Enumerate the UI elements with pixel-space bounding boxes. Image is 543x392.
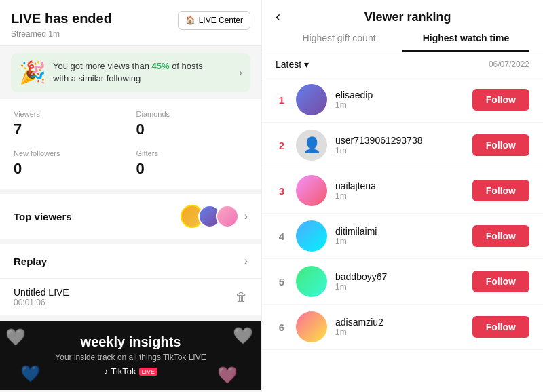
heart-deco-2: 🤍 <box>233 326 253 345</box>
rank-time-1: 1m <box>335 100 464 110</box>
insights-subtitle: Your inside track on all things TikTok L… <box>55 353 206 362</box>
heart-deco-3: 💙 <box>20 364 41 383</box>
rank-username-5: baddboyy67 <box>335 271 464 282</box>
rank-avatar-4 <box>296 220 327 252</box>
stat-diamonds-value: 0 <box>136 121 248 138</box>
follow-button-1[interactable]: Follow <box>472 89 529 111</box>
live-ended-title: LIVE has ended <box>11 11 112 26</box>
stat-viewers: Viewers 7 <box>14 110 126 138</box>
tiktok-logo: ♪ TikTok LIVE <box>104 366 157 376</box>
top-viewers-chevron-icon: › <box>244 210 248 222</box>
rank-username-3: nailajtena <box>335 180 464 191</box>
home-icon: 🏠 <box>185 16 195 25</box>
rank-info-3: nailajtena 1m <box>335 180 464 201</box>
heart-deco-4: 🩷 <box>217 366 238 385</box>
rank-item-5: 5 baddboyy67 1m Follow <box>262 259 543 305</box>
rank-time-5: 1m <box>335 282 464 292</box>
replay-section: Replay › Untitled LIVE 00:01:06 🗑 <box>0 244 261 315</box>
stat-gifters-value: 0 <box>136 160 248 178</box>
stat-gifters: Gifters 0 <box>136 149 248 178</box>
insights-title: weekly insights <box>81 334 181 350</box>
filter-button[interactable]: Latest ▾ <box>276 59 309 70</box>
replay-header[interactable]: Replay › <box>0 244 261 279</box>
banner-text: You got more views than 45% of hostswith… <box>53 60 203 85</box>
replay-item-info: Untitled LIVE 00:01:06 <box>14 287 69 307</box>
back-button[interactable]: ‹ <box>276 8 280 26</box>
rank-avatar-5 <box>296 266 327 297</box>
rank-item-1: 1 elisaedip 1m Follow <box>262 77 543 123</box>
left-header: LIVE has ended Streamed 1m 🏠 LIVE Center <box>0 0 261 46</box>
delete-replay-icon[interactable]: 🗑 <box>236 290 248 305</box>
rank-avatar-3 <box>296 175 327 206</box>
replay-item-title: Untitled LIVE <box>14 287 69 298</box>
insights-banner: 🤍 🤍 💙 🩷 weekly insights Your inside trac… <box>0 321 261 390</box>
rank-avatar-1 <box>296 84 327 115</box>
rank-time-3: 1m <box>335 191 464 201</box>
live-center-button[interactable]: 🏠 LIVE Center <box>178 11 250 30</box>
ranking-title: Viewer ranking <box>286 10 529 24</box>
rank-time-2: 1m <box>335 146 464 155</box>
follow-button-4[interactable]: Follow <box>472 225 529 247</box>
tab-highest-watch-time[interactable]: Highest watch time <box>402 26 529 52</box>
rank-item-4: 4 ditimilaimi 1m Follow <box>262 214 543 259</box>
streamed-text: Streamed 1m <box>11 29 112 39</box>
date-label: 06/07/2022 <box>489 60 529 69</box>
rank-avatar-6 <box>296 311 327 342</box>
banner-chevron-icon: › <box>239 66 242 79</box>
rank-info-1: elisaedip 1m <box>335 90 464 110</box>
left-panel: LIVE has ended Streamed 1m 🏠 LIVE Center… <box>0 0 261 392</box>
heart-deco-1: 🤍 <box>5 328 26 347</box>
replay-label: Replay <box>14 256 47 267</box>
right-header: ‹ Viewer ranking Highest gift count High… <box>262 0 543 52</box>
rank-username-2: user7139061293738 <box>335 135 464 146</box>
highlight-percent: 45% <box>152 61 170 71</box>
filter-chevron-icon: ▾ <box>304 59 309 70</box>
top-viewers-label: Top viewers <box>14 211 72 222</box>
follow-button-6[interactable]: Follow <box>472 316 529 338</box>
rank-item-2: 2 👤 user7139061293738 1m Follow <box>262 123 543 168</box>
replay-item: Untitled LIVE 00:01:06 🗑 <box>0 279 261 315</box>
stats-section: Viewers 7 Diamonds 0 New followers 0 Gif… <box>0 99 261 189</box>
stat-viewers-label: Viewers <box>14 110 126 118</box>
banner-content: 🎉 You got more views than 45% of hostswi… <box>19 60 203 85</box>
follow-button-2[interactable]: Follow <box>472 134 529 156</box>
tiktok-icon: ♪ <box>104 366 109 376</box>
stat-followers-value: 0 <box>14 160 126 178</box>
filter-label: Latest <box>276 59 301 70</box>
replay-item-duration: 00:01:06 <box>14 298 69 307</box>
follow-button-5[interactable]: Follow <box>472 271 529 292</box>
party-icon: 🎉 <box>19 60 46 85</box>
live-badge: LIVE <box>139 368 158 376</box>
stat-diamonds: Diamonds 0 <box>136 110 248 138</box>
rank-number-3: 3 <box>276 185 288 197</box>
rank-number-1: 1 <box>276 94 288 106</box>
rank-number-5: 5 <box>276 276 288 288</box>
rank-info-4: ditimilaimi 1m <box>335 226 464 246</box>
rank-username-1: elisaedip <box>335 90 464 100</box>
stat-new-followers: New followers 0 <box>14 149 126 178</box>
stat-followers-label: New followers <box>14 149 126 157</box>
rank-info-2: user7139061293738 1m <box>335 135 464 155</box>
views-banner[interactable]: 🎉 You got more views than 45% of hostswi… <box>11 53 250 92</box>
stat-diamonds-label: Diamonds <box>136 110 248 118</box>
stat-gifters-label: Gifters <box>136 149 248 157</box>
top-viewers-avatars <box>181 205 239 228</box>
rank-info-5: baddboyy67 1m <box>335 271 464 292</box>
rank-info-6: adisamziu2 1m <box>335 317 464 337</box>
rank-time-6: 1m <box>335 328 464 337</box>
rankings-list: 1 elisaedip 1m Follow 2 👤 user7139061293… <box>262 77 543 392</box>
top-viewers-section[interactable]: Top viewers › <box>0 194 261 239</box>
follow-button-3[interactable]: Follow <box>472 180 529 201</box>
rank-username-6: adisamziu2 <box>335 317 464 328</box>
replay-chevron-icon: › <box>244 255 248 267</box>
rank-time-4: 1m <box>335 237 464 246</box>
filter-row: Latest ▾ 06/07/2022 <box>262 52 543 77</box>
tab-highest-gift-count[interactable]: Highest gift count <box>276 26 402 52</box>
stat-viewers-value: 7 <box>14 121 126 138</box>
top-viewer-avatar-3 <box>216 205 239 228</box>
rank-item-6: 6 adisamziu2 1m Follow <box>262 305 543 350</box>
stats-grid: Viewers 7 Diamonds 0 New followers 0 Gif… <box>14 110 248 178</box>
rank-number-4: 4 <box>276 231 288 242</box>
right-panel: ‹ Viewer ranking Highest gift count High… <box>261 0 543 392</box>
rank-username-4: ditimilaimi <box>335 226 464 237</box>
